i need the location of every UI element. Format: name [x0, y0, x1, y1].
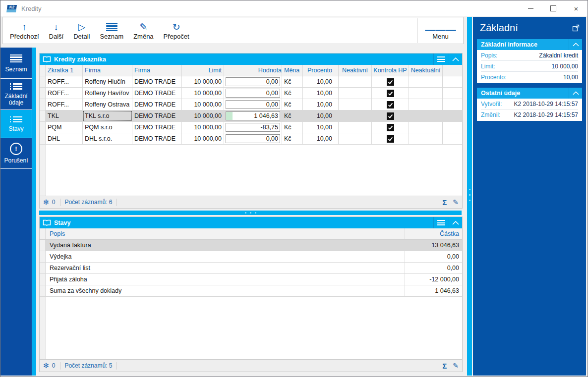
row-selector[interactable]	[40, 274, 46, 285]
minimize-button[interactable]	[519, 0, 542, 16]
section-header[interactable]: Ostatní údaje	[477, 88, 582, 99]
column-header[interactable]: Neaktivní	[339, 65, 372, 76]
field-label: Vytvořil:	[481, 101, 502, 108]
field-row: Vytvořil:K2 2018-10-29 14:15:57	[481, 99, 578, 109]
column-header[interactable]: Procento	[303, 65, 339, 76]
sidebar-item-stavy[interactable]: Stavy	[0, 110, 32, 138]
toolbar-button-zmena[interactable]: ✎Změna	[128, 20, 158, 41]
row-selector[interactable]	[40, 110, 46, 121]
column-header[interactable]: Zkratka 1	[46, 65, 83, 76]
info-section: Ostatní údajeVytvořil:K2 2018-10-29 14:1…	[477, 88, 582, 121]
horizontal-splitter[interactable]	[39, 211, 462, 215]
column-header[interactable]: Neaktuální	[409, 65, 443, 76]
toolbar-button-label: Detail	[73, 33, 90, 40]
row-selector[interactable]	[40, 99, 46, 110]
toolbar-button-detail[interactable]: ▷Detail	[68, 20, 95, 41]
hodnota-input[interactable]: 1 046,63	[226, 111, 280, 120]
sum-icon[interactable]: Σ	[442, 198, 447, 207]
snowflake-icon: ✻	[43, 362, 49, 370]
kontrola-hp-checkbox[interactable]	[387, 90, 394, 97]
sidebar-item-poruseni[interactable]: !Porušení	[0, 138, 32, 169]
book-icon	[43, 56, 51, 63]
collapse-chevron-icon[interactable]	[569, 88, 582, 99]
right-panel-sections: Základní informacePopis:Zákaldní kreditL…	[473, 39, 586, 121]
column-header[interactable]: Kontrola HP	[372, 65, 409, 76]
credits-header-row: Zkratka 1FirmaFirmaLimitHodnotaMěnaProce…	[40, 65, 462, 76]
table-row[interactable]: ROFF...Roffeny HavířovDEMO TRADE10 000,0…	[40, 88, 462, 99]
row-selector[interactable]	[40, 122, 46, 133]
field-value: 10 000,00	[552, 63, 578, 70]
table-row[interactable]: Přijatá záloha-12 000,00	[40, 274, 462, 285]
list-dotted-icon	[10, 82, 22, 91]
hodnota-input[interactable]: 0,00	[226, 134, 280, 143]
column-header[interactable]: Popis	[46, 228, 405, 239]
field-row: Změnil:K2 2018-10-29 14:15:57	[481, 109, 578, 120]
list-dotted-icon	[10, 115, 22, 124]
edit-icon[interactable]: ✎	[453, 198, 459, 206]
kontrola-hp-checkbox[interactable]	[387, 112, 394, 120]
edit-icon[interactable]: ✎	[453, 362, 459, 370]
vertical-splitter[interactable]	[467, 17, 472, 376]
table-row[interactable]: Rezervační list0,00	[40, 263, 462, 274]
collapse-chevron-icon[interactable]	[449, 217, 462, 228]
column-header[interactable]: Firma	[83, 65, 132, 76]
row-selector[interactable]	[40, 88, 46, 99]
toolbar-button-dalsi[interactable]: ↓Další	[44, 20, 69, 41]
maximize-button[interactable]	[542, 0, 565, 16]
row-selector[interactable]	[40, 240, 46, 251]
app-window: K2 Kredity × ↑Předchozí↓Další▷DetailSezn…	[0, 0, 588, 377]
column-header[interactable]: Firma	[132, 65, 182, 76]
toolbar-button-seznam[interactable]: Seznam	[95, 20, 128, 41]
toolbar-button-label: Předchozí	[10, 33, 39, 40]
column-header[interactable]: Částka	[405, 228, 462, 239]
table-row[interactable]: ROFF...Roffeny HlučínDEMO TRADE10 000,00…	[40, 76, 462, 88]
column-header[interactable]: Hodnota	[224, 65, 282, 76]
column-header[interactable]: Limit	[182, 65, 224, 76]
column-header[interactable]: Měna	[282, 65, 303, 76]
sum-icon[interactable]: Σ	[442, 362, 447, 370]
table-row[interactable]: DHLDHL s.r.o.DEMO TRADE10 000,000,00Kč10…	[40, 133, 462, 145]
sidebar-item-seznam[interactable]: Seznam	[0, 48, 32, 79]
close-icon: ×	[574, 5, 579, 12]
record-count: Počet záznamů: 5	[64, 362, 112, 369]
collapse-chevron-icon[interactable]	[449, 54, 462, 65]
kontrola-hp-checkbox[interactable]	[387, 124, 394, 131]
section-header[interactable]: Základní informace	[477, 39, 582, 50]
toolbar: ↑Předchozí↓Další▷DetailSeznam✎Změna↻Přep…	[2, 17, 464, 44]
table-row[interactable]: PQMPQM s.r.oDEMO TRADE10 000,00-83,75Kč1…	[40, 122, 462, 133]
toolbar-button-prepocet[interactable]: ↻Přepočet	[159, 20, 194, 41]
collapse-chevron-icon[interactable]	[569, 39, 582, 50]
hodnota-input[interactable]: 0,00	[226, 89, 280, 98]
window-controls: ×	[519, 0, 588, 16]
row-selector[interactable]	[40, 251, 46, 262]
hodnota-input[interactable]: -83,75	[226, 123, 280, 132]
row-selector[interactable]	[40, 76, 46, 87]
table-row[interactable]: ROFF...Roffeny OstravaDEMO TRADE10 000,0…	[40, 99, 462, 110]
table-row[interactable]: Suma za všechny doklady1 046,63	[40, 285, 462, 297]
kontrola-hp-checkbox[interactable]	[387, 101, 394, 108]
value-fill-indicator	[226, 112, 233, 120]
kontrola-hp-checkbox[interactable]	[387, 78, 394, 86]
window-title: Kredity	[21, 5, 41, 12]
states-panel-header: Stavy	[40, 217, 462, 228]
panel-menu-icon[interactable]	[433, 217, 449, 228]
table-row[interactable]: TKLTKL s.r.oDEMO TRADE10 000,001 046,63K…	[40, 110, 462, 122]
panel-title: Stavy	[54, 219, 70, 226]
popout-icon[interactable]	[572, 24, 580, 32]
row-selector[interactable]	[40, 133, 46, 144]
row-selector[interactable]	[40, 263, 46, 273]
toolbar-button-predchozi[interactable]: ↑Předchozí	[5, 20, 44, 41]
table-row[interactable]: Výdejka0,00	[40, 251, 462, 263]
close-button[interactable]: ×	[565, 0, 588, 16]
hodnota-input[interactable]: 0,00	[226, 77, 280, 86]
kontrola-hp-checkbox[interactable]	[387, 135, 394, 143]
hodnota-input[interactable]: 0,00	[226, 100, 280, 109]
sidebar-item-zakladni-udaje[interactable]: Základní údaje	[0, 79, 32, 110]
states-table-body: Vydaná faktura13 046,63Výdejka0,00Rezerv…	[40, 240, 462, 359]
row-selector[interactable]	[40, 285, 46, 296]
info-section: Základní informacePopis:Zákaldní kreditL…	[477, 39, 582, 83]
table-row[interactable]: Vydaná faktura13 046,63	[40, 240, 462, 251]
menu-lines-icon	[10, 53, 22, 63]
panel-menu-icon[interactable]	[433, 54, 449, 65]
menu-button[interactable]: Menu	[417, 18, 463, 43]
